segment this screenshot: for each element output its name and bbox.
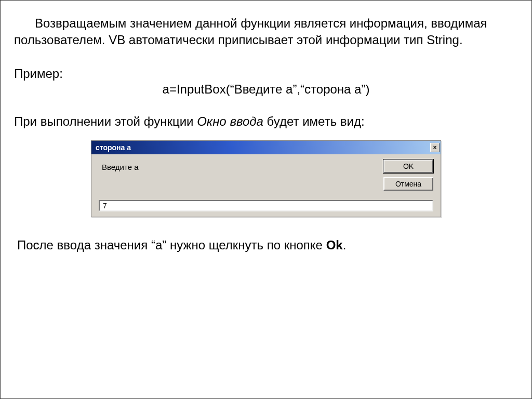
dialog-titlebar: сторона а × bbox=[91, 141, 441, 154]
description-paragraph: При выполнении этой функции Окно ввода б… bbox=[14, 114, 518, 129]
p3-after: будет иметь вид: bbox=[263, 114, 365, 128]
cancel-button[interactable]: Отмена bbox=[383, 177, 433, 191]
closing-end: . bbox=[343, 238, 347, 252]
p3-italic: Окно ввода bbox=[197, 114, 263, 128]
ok-button[interactable]: OK bbox=[383, 159, 433, 173]
dialog-prompt: Введите а bbox=[102, 163, 139, 171]
code-example: a=InputBox(“Введите a”,“сторона a”) bbox=[14, 82, 518, 97]
inputbox-dialog: сторона а × Введите а OK Отмена bbox=[91, 140, 441, 217]
dialog-title: сторона а bbox=[96, 143, 131, 152]
closing-bold: Ok bbox=[326, 238, 343, 252]
intro-paragraph: Возвращаемым значением данной функции яв… bbox=[14, 15, 518, 49]
close-icon: × bbox=[433, 144, 436, 151]
example-label: Пример: bbox=[14, 66, 518, 81]
closing-paragraph: После ввода значения “a” нужно щелкнуть … bbox=[14, 238, 518, 252]
input-field[interactable] bbox=[99, 200, 433, 211]
p3-before: При выполнении этой функции bbox=[14, 114, 197, 128]
closing-before: После ввода значения “a” нужно щелкнуть … bbox=[17, 238, 326, 252]
close-button[interactable]: × bbox=[430, 143, 440, 152]
